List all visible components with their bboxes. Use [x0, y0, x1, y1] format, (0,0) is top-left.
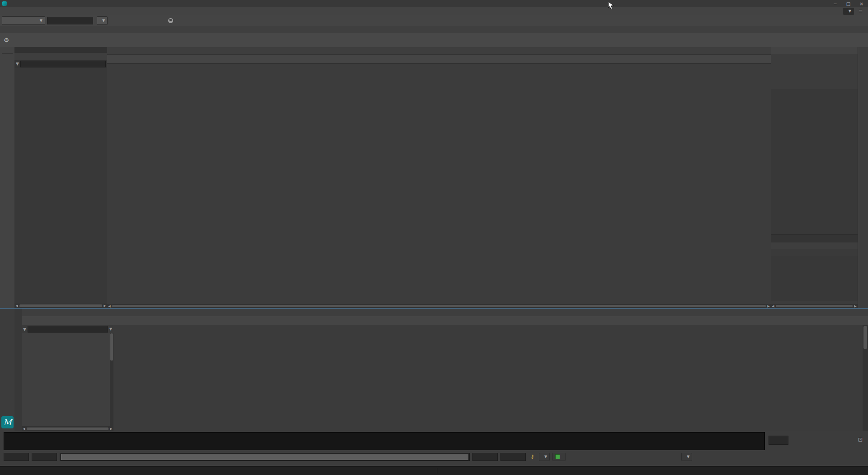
- filter-icon[interactable]: ▼: [23, 327, 26, 332]
- outliner-search-input[interactable]: [20, 61, 106, 67]
- fps-dropdown[interactable]: ▼: [681, 453, 692, 461]
- time-slider: ⊡: [0, 431, 868, 451]
- shelf-tabs: [0, 26, 868, 33]
- current-frame-field[interactable]: [769, 436, 788, 445]
- graph-outliner-vscrollbar[interactable]: [110, 333, 113, 426]
- channel-box-panel: ◀▶: [771, 47, 858, 308]
- graph-editor-vscrollbar[interactable]: [863, 325, 868, 431]
- character-set-dropdown[interactable]: ▼: [539, 453, 550, 461]
- shelf: ⚙: [0, 33, 868, 48]
- live-surface-field[interactable]: [47, 17, 93, 24]
- layer-editor: ◀▶: [771, 234, 858, 308]
- viewport-toolbar: [107, 55, 771, 64]
- shapes-section-label: [771, 61, 858, 68]
- shape-node-name[interactable]: [771, 68, 858, 75]
- filter-icon[interactable]: ▼: [16, 62, 19, 66]
- channel-box-node-name[interactable]: [771, 54, 858, 61]
- viewport-canvas[interactable]: [107, 63, 771, 304]
- titlebar: ─ □ ×: [0, 0, 868, 8]
- taskbar-divider: [437, 468, 437, 474]
- chevron-down-icon: ▼: [102, 19, 105, 23]
- graph-editor-plot[interactable]: [113, 325, 863, 432]
- toolbox: [0, 47, 15, 308]
- animation-preferences-icon[interactable]: ⊡: [855, 435, 865, 444]
- anim-layer-icon: [555, 454, 560, 459]
- main-menubar: ▼ ≡: [0, 7, 868, 15]
- graph-editor-outliner: ▼ ▼ ◀▶: [22, 325, 114, 431]
- minimize-button[interactable]: ─: [829, 0, 842, 7]
- outliner-hscrollbar[interactable]: ◀ ▶: [14, 304, 107, 308]
- outliner-panel: ▼ ◀ ▶: [14, 47, 108, 308]
- playback-start-field[interactable]: [32, 453, 57, 461]
- workspace-options-icon[interactable]: ≡: [857, 8, 864, 15]
- status-line: ▼ ▼: [0, 15, 868, 27]
- maya-logo-icon: [2, 1, 7, 6]
- close-button[interactable]: ×: [855, 0, 868, 7]
- animation-start-field[interactable]: [4, 453, 29, 461]
- mouse-cursor: [608, 1, 614, 10]
- chevron-down-icon[interactable]: ▼: [109, 327, 112, 331]
- svg-text:M: M: [3, 418, 13, 427]
- perspective-viewport: ◀▶: [107, 47, 772, 308]
- viewport-hscrollbar[interactable]: ◀▶: [107, 304, 771, 308]
- right-sidebar-strip: [858, 47, 868, 308]
- graph-editor-region: M ▼ ▼ ◀▶: [0, 308, 868, 431]
- sign-in-button[interactable]: [168, 18, 175, 23]
- graph-editor-toolbar: [22, 316, 868, 326]
- outliner-title: [14, 47, 107, 53]
- main-area: ▼ ◀ ▶ ◀▶: [0, 47, 868, 308]
- playback-end-field[interactable]: [472, 453, 498, 461]
- maximize-button[interactable]: □: [842, 0, 855, 7]
- chevron-down-icon: ▼: [849, 9, 851, 13]
- symmetry-dropdown[interactable]: ▼: [97, 16, 108, 25]
- shelf-options-icon[interactable]: ⚙: [2, 36, 11, 45]
- user-icon: [168, 18, 173, 23]
- workspace-dropdown[interactable]: ▼: [843, 8, 854, 15]
- graph-outliner-search-input[interactable]: [28, 326, 108, 332]
- maya-logo: M: [1, 416, 14, 428]
- windows-taskbar: [0, 466, 868, 475]
- animation-end-field[interactable]: [500, 453, 526, 461]
- menuset-dropdown[interactable]: ▼: [2, 16, 45, 25]
- range-slider-row: ⚷ ▼ ▼: [0, 451, 868, 462]
- anim-layer-dropdown[interactable]: [552, 453, 566, 461]
- layer-hscrollbar[interactable]: ◀▶: [771, 304, 858, 308]
- maya-application-window: ─ □ × ▼ ≡ ▼ ▼: [0, 0, 868, 475]
- outliner-list: [14, 68, 107, 304]
- chevron-down-icon: ▼: [40, 19, 42, 23]
- time-slider-waveform[interactable]: [4, 432, 765, 450]
- character-set-key-icon[interactable]: ⚷: [528, 453, 536, 461]
- range-slider-track[interactable]: [60, 453, 470, 461]
